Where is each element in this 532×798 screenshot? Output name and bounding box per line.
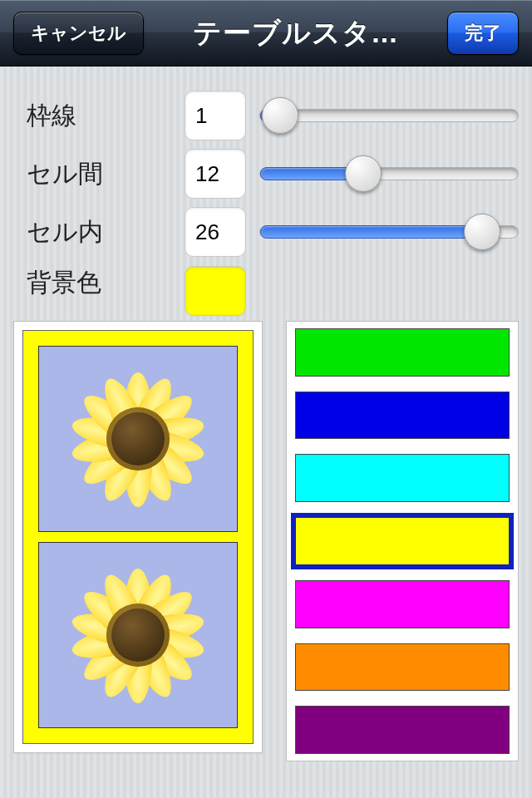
spacing-slider[interactable]: [259, 149, 519, 199]
spacing-label: セル間: [13, 157, 171, 191]
sunflower-icon: [71, 372, 204, 505]
preview-table: [22, 330, 254, 744]
padding-row: セル内 26: [13, 203, 519, 261]
sunflower-icon: [71, 569, 204, 702]
spacing-value[interactable]: 12: [185, 149, 246, 199]
preview-cell: [38, 346, 238, 532]
border-value[interactable]: 1: [185, 91, 246, 140]
padding-slider[interactable]: [259, 207, 519, 257]
border-row: 枠線 1: [13, 86, 519, 145]
color-option-cyan[interactable]: [295, 454, 510, 502]
color-list[interactable]: [286, 321, 519, 761]
color-option-green[interactable]: [295, 328, 510, 377]
color-option-blue[interactable]: [295, 392, 510, 440]
border-label: 枠線: [13, 99, 171, 133]
color-option-magenta[interactable]: [295, 580, 510, 628]
background-label: 背景色: [13, 266, 171, 300]
cancel-button[interactable]: キャンセル: [13, 12, 144, 55]
settings-panel: 枠線 1 セル間 12 セル内 26 背景色: [0, 66, 532, 313]
spacing-row: セル間 12: [13, 145, 519, 203]
preview-card: [13, 321, 263, 753]
padding-label: セル内: [13, 215, 171, 249]
background-swatch[interactable]: [185, 266, 246, 316]
done-button[interactable]: 完了: [447, 12, 519, 55]
border-slider[interactable]: [259, 91, 519, 140]
navbar: キャンセル テーブルスタ... 完了: [0, 0, 532, 66]
preview-cell: [38, 542, 238, 728]
lower-panel: [0, 313, 532, 761]
page-title: テーブルスタ...: [144, 14, 447, 52]
padding-value[interactable]: 26: [185, 207, 246, 257]
background-row: 背景色: [13, 261, 519, 313]
color-option-purple[interactable]: [295, 706, 510, 754]
color-option-yellow[interactable]: [295, 517, 510, 565]
color-option-orange[interactable]: [295, 643, 510, 692]
